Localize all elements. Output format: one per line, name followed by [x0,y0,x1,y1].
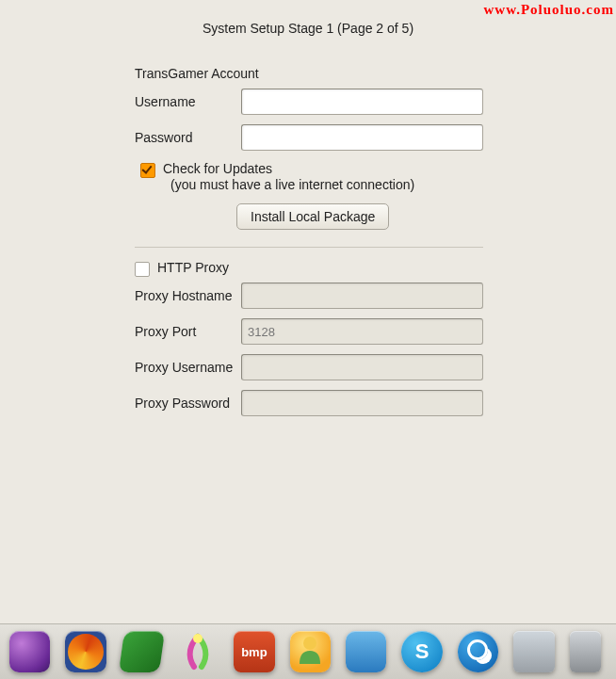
yy-icon[interactable] [177,631,219,672]
proxy-password-label: Proxy Password [135,396,241,411]
drive-icon[interactable] [570,631,602,672]
username-row: Username [135,89,483,115]
password-input[interactable] [241,124,483,151]
checkmark-icon [140,163,155,178]
proxy-password-input[interactable] [241,390,483,416]
proxy-checkbox[interactable] [135,262,150,277]
page-title: System Setup Stage 1 (Page 2 of 5) [0,21,616,36]
password-row: Password [135,124,483,151]
updates-label: Check for Updates [163,160,414,177]
itunes-icon[interactable] [9,631,50,672]
proxy-port-input[interactable] [241,318,483,345]
proxy-hostname-row: Proxy Hostname [135,283,483,309]
proxy-password-row: Proxy Password [135,390,483,416]
divider [135,247,483,248]
proxy-checkbox-label: HTTP Proxy [157,259,229,276]
setup-form: TransGamer Account Username Password Che… [135,66,483,426]
dock: bmp S [0,623,616,679]
updates-check-row: Check for Updates (you must have a live … [140,160,483,192]
book-icon[interactable] [119,631,166,672]
firefox-icon[interactable] [65,631,105,672]
username-label: Username [135,94,241,109]
pictures-icon[interactable] [346,631,386,672]
proxy-hostname-label: Proxy Hostname [135,288,241,303]
checkbox-empty-icon [135,262,150,277]
proxy-username-label: Proxy Username [135,360,241,375]
dock-inner: bmp S [0,624,616,679]
watermark-text: www.Poluoluo.com [483,2,614,18]
svg-point-0 [193,634,203,643]
finder-icon[interactable] [513,631,554,672]
messenger-icon[interactable] [290,631,331,672]
updates-checkbox[interactable] [140,163,155,178]
proxy-port-label: Proxy Port [135,324,241,339]
proxy-username-row: Proxy Username [135,354,483,380]
skype-icon[interactable]: S [401,631,442,672]
proxy-hostname-input[interactable] [241,283,483,309]
search-icon[interactable] [458,631,498,672]
account-heading: TransGamer Account [135,66,483,81]
password-label: Password [135,130,241,145]
updates-sublabel: (you must have a live internet connectio… [170,177,414,192]
svg-point-1 [303,637,316,650]
proxy-port-row: Proxy Port [135,318,483,345]
skype-label: S [415,639,430,664]
proxy-username-input[interactable] [241,354,483,380]
bmp-icon[interactable]: bmp [234,631,274,672]
bmp-label: bmp [241,645,267,659]
username-input[interactable] [241,89,483,115]
install-package-button[interactable]: Install Local Package [236,203,389,230]
proxy-check-row: HTTP Proxy [135,259,483,277]
